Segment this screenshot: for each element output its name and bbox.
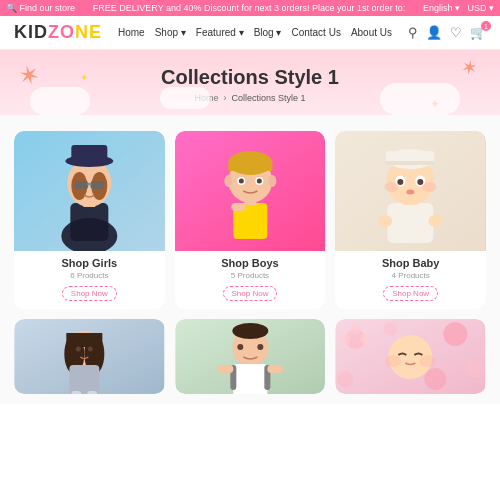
collection-image-girls — [14, 131, 165, 251]
svg-rect-61 — [217, 365, 233, 373]
nav-icons: ⚲ 👤 ♡ 🛒 1 — [408, 25, 486, 40]
svg-rect-6 — [71, 145, 107, 163]
svg-point-75 — [420, 355, 436, 367]
bottom-image-baby2 — [335, 319, 486, 394]
svg-point-66 — [467, 360, 485, 378]
nav-about[interactable]: About Us — [351, 27, 392, 38]
svg-rect-48 — [69, 365, 99, 394]
svg-point-22 — [238, 179, 243, 184]
svg-rect-2 — [70, 203, 108, 241]
bottom-card-boy2 — [175, 319, 326, 394]
nav-home[interactable]: Home — [118, 27, 145, 38]
collections-grid: Shop Girls 6 Products Shop Now — [14, 131, 486, 309]
svg-point-18 — [224, 175, 232, 187]
svg-point-40 — [423, 182, 437, 192]
lang-selector[interactable]: English ▾ — [423, 3, 460, 13]
cloud-decoration-2 — [380, 83, 460, 115]
nav-featured[interactable]: Featured ▾ — [196, 27, 244, 38]
currency-selector[interactable]: USD ▾ — [467, 3, 494, 13]
cart-badge: 1 — [481, 21, 491, 31]
svg-point-36 — [398, 179, 404, 185]
svg-point-60 — [257, 344, 263, 350]
svg-point-39 — [385, 182, 399, 192]
svg-rect-47 — [66, 333, 102, 347]
svg-point-71 — [361, 334, 371, 344]
breadcrumb-current: Collections Style 1 — [231, 93, 305, 103]
logo-z: Z — [48, 22, 60, 42]
svg-point-69 — [384, 322, 398, 336]
header: KIDZONE Home Shop ▾ Featured ▾ Blog ▾ Co… — [0, 16, 500, 50]
user-icon[interactable]: 👤 — [426, 25, 442, 40]
svg-point-52 — [88, 347, 93, 352]
svg-point-23 — [256, 179, 261, 184]
nav-contact[interactable]: Contact Us — [291, 27, 340, 38]
bottom-card-girl2 — [14, 319, 165, 394]
svg-point-19 — [268, 175, 276, 187]
svg-rect-10 — [90, 181, 104, 189]
cart-icon[interactable]: 🛒 1 — [470, 25, 486, 40]
svg-rect-62 — [267, 365, 283, 373]
star-decoration-4: ✦ — [80, 72, 88, 83]
collection-image-boys — [175, 131, 326, 251]
bottom-image-boy2 — [175, 319, 326, 394]
svg-rect-49 — [71, 391, 81, 394]
boys-shop-now-button[interactable]: Shop Now — [223, 286, 278, 301]
svg-point-70 — [351, 324, 361, 334]
svg-point-38 — [407, 190, 415, 195]
svg-point-24 — [237, 189, 253, 201]
logo-text: KID — [14, 22, 48, 42]
girls-title: Shop Girls — [18, 257, 161, 269]
svg-rect-25 — [231, 203, 245, 211]
announcement-text: FREE DELIVERY and 40% Discount for next … — [93, 3, 405, 13]
baby-count: 4 Products — [339, 271, 482, 280]
svg-point-55 — [232, 323, 268, 339]
svg-point-41 — [379, 215, 393, 227]
baby-shop-now-button[interactable]: Shop Now — [383, 286, 438, 301]
nav-blog[interactable]: Blog ▾ — [254, 27, 282, 38]
svg-point-67 — [338, 371, 354, 387]
search-icon[interactable]: ⚲ — [408, 25, 418, 40]
boys-count: 5 Products — [179, 271, 322, 280]
collections-section: Shop Girls 6 Products Shop Now — [0, 115, 500, 319]
collection-card-boys: Shop Boys 5 Products Shop Now — [175, 131, 326, 309]
svg-point-74 — [386, 355, 402, 367]
svg-rect-9 — [74, 181, 88, 189]
main-nav: Home Shop ▾ Featured ▾ Blog ▾ Contact Us… — [118, 27, 392, 38]
svg-point-51 — [76, 347, 81, 352]
svg-rect-28 — [388, 203, 434, 243]
svg-rect-33 — [387, 161, 435, 165]
svg-point-37 — [418, 179, 424, 185]
svg-rect-17 — [228, 161, 272, 171]
find-store-link[interactable]: 🔍 Find our store — [6, 3, 75, 13]
girls-count: 6 Products — [18, 271, 161, 280]
girls-shop-now-button[interactable]: Shop Now — [62, 286, 117, 301]
svg-point-42 — [429, 215, 443, 227]
logo-o: O — [60, 22, 75, 42]
collection-card-girls: Shop Girls 6 Products Shop Now — [14, 131, 165, 309]
second-row-grid — [14, 319, 486, 394]
announcement-bar: 🔍 Find our store FREE DELIVERY and 40% D… — [0, 0, 500, 16]
cloud-decoration-3 — [160, 87, 210, 109]
girls-collection-info: Shop Girls 6 Products Shop Now — [14, 251, 165, 309]
bottom-card-baby2 — [335, 319, 486, 394]
hero-banner: ✶ ✶ ✦ ✦ Collections Style 1 Home › Colle… — [0, 50, 500, 115]
svg-rect-11 — [87, 183, 91, 185]
cloud-decoration-1 — [30, 87, 90, 115]
baby-collection-info: Shop Baby 4 Products Shop Now — [335, 251, 486, 309]
baby-title: Shop Baby — [339, 257, 482, 269]
collection-image-baby — [335, 131, 486, 251]
nav-shop[interactable]: Shop ▾ — [155, 27, 186, 38]
boys-collection-info: Shop Boys 5 Products Shop Now — [175, 251, 326, 309]
bottom-image-girl2 — [14, 319, 165, 394]
wishlist-icon[interactable]: ♡ — [450, 25, 462, 40]
svg-point-59 — [237, 344, 243, 350]
svg-rect-56 — [233, 364, 267, 394]
svg-point-65 — [444, 322, 468, 346]
second-row — [0, 319, 500, 404]
logo-ne: NE — [75, 22, 102, 42]
collection-card-baby: Shop Baby 4 Products Shop Now — [335, 131, 486, 309]
svg-rect-50 — [87, 391, 97, 394]
logo[interactable]: KIDZONE — [14, 22, 102, 43]
lang-currency[interactable]: English ▾ USD ▾ — [423, 3, 494, 13]
svg-point-72 — [341, 334, 351, 344]
